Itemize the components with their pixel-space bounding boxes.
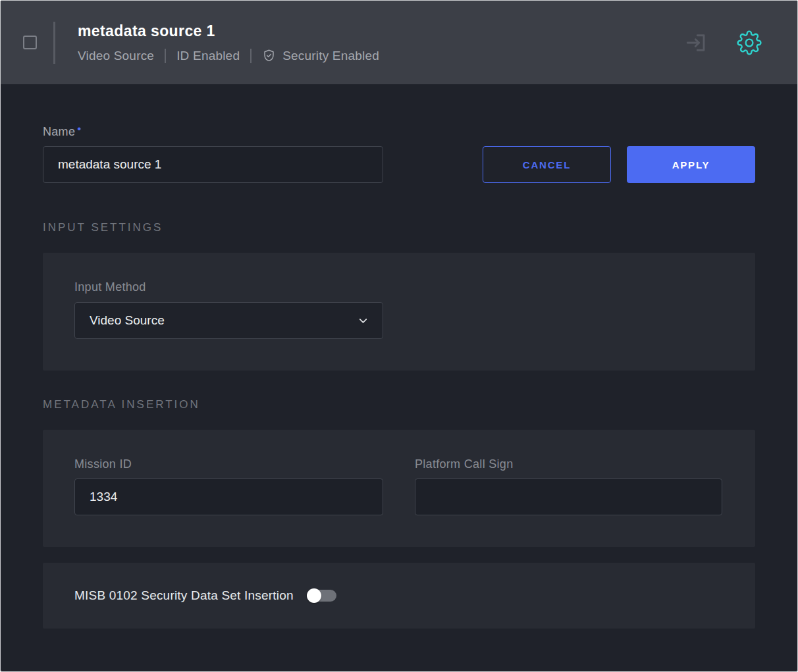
platform-call-sign-field-group: Platform Call Sign (415, 457, 722, 515)
name-field-group: Name• (43, 125, 383, 183)
cancel-button[interactable]: CANCEL (483, 146, 611, 183)
status-badge-video-source: Video Source (78, 49, 154, 63)
misb-label: MISB 0102 Security Data Set Insertion (74, 588, 294, 603)
shield-check-icon (262, 49, 276, 63)
status-badge-security-enabled: Security Enabled (262, 49, 379, 63)
name-label: Name• (43, 125, 383, 139)
select-checkbox[interactable] (23, 36, 37, 49)
panel-header: metadata source 1 Video Source ID Enable… (1, 1, 797, 84)
input-method-label: Input Method (74, 280, 724, 294)
required-marker: • (77, 122, 81, 135)
platform-call-sign-label: Platform Call Sign (415, 457, 722, 471)
chevron-down-icon (357, 315, 369, 327)
platform-call-sign-input[interactable] (415, 478, 722, 515)
gear-icon[interactable] (737, 30, 762, 55)
badge-divider (250, 49, 252, 63)
input-method-value: Video Source (90, 313, 165, 328)
badge-divider (165, 49, 166, 63)
action-buttons: CANCEL APPLY (483, 146, 755, 183)
import-arrow-icon[interactable] (684, 31, 708, 55)
misb-toggle[interactable] (307, 588, 337, 603)
misb-panel: MISB 0102 Security Data Set Insertion (43, 563, 755, 629)
apply-button[interactable]: APPLY (627, 146, 755, 183)
header-divider (53, 22, 55, 64)
mission-id-field-group: Mission ID (74, 457, 383, 515)
input-settings-panel: Input Method Video Source (43, 253, 755, 371)
name-row: Name• CANCEL APPLY (43, 125, 755, 183)
status-badge-row: Video Source ID Enabled Security Enabled (78, 49, 379, 63)
misb-toggle-knob (307, 588, 321, 603)
header-actions (684, 30, 762, 55)
mission-id-input[interactable] (74, 478, 383, 515)
metadata-insertion-section-title: METADATA INSERTION (43, 398, 755, 411)
metadata-source-panel: metadata source 1 Video Source ID Enable… (0, 0, 798, 672)
name-input[interactable] (43, 146, 383, 183)
metadata-insertion-panel: Mission ID Platform Call Sign (43, 430, 755, 547)
status-badge-id-enabled: ID Enabled (176, 49, 240, 63)
panel-body: Name• CANCEL APPLY INPUT SETTINGS Input … (1, 84, 797, 671)
header-text: metadata source 1 Video Source ID Enable… (78, 22, 379, 63)
mission-id-label: Mission ID (74, 457, 383, 471)
input-settings-section-title: INPUT SETTINGS (43, 221, 755, 234)
input-method-select[interactable]: Video Source (74, 302, 383, 339)
page-title: metadata source 1 (78, 22, 379, 40)
